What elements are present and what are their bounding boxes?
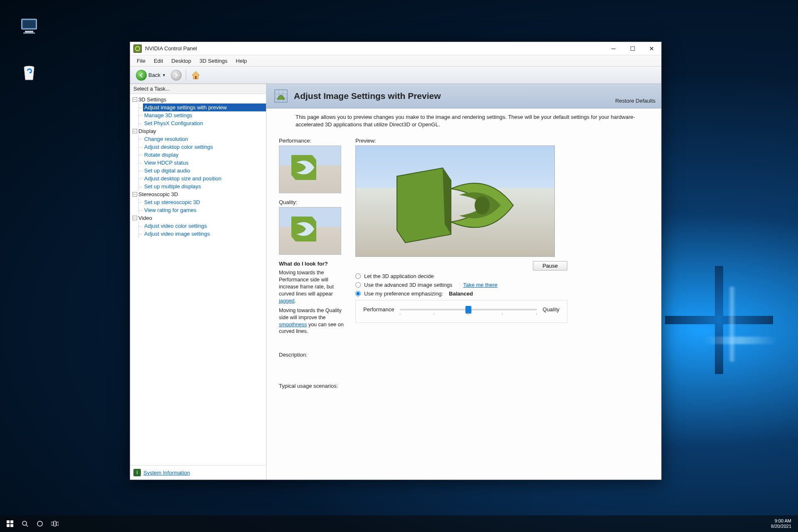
tree-item-set-up-digital-audio[interactable]: Set up digital audio xyxy=(143,167,266,175)
tree-item-set-physx-configuration[interactable]: Set PhysX Configuration xyxy=(143,119,266,127)
toolbar-separator xyxy=(186,69,186,81)
radio-app-decide-input[interactable] xyxy=(355,273,361,279)
usage-label: Typical usage scenarios: xyxy=(279,383,649,389)
performance-thumbnail xyxy=(279,145,341,193)
nvidia-control-panel-window: NVIDIA Control Panel ─ ☐ ✕ File Edit Des… xyxy=(130,42,662,480)
svg-rect-5 xyxy=(195,76,197,79)
close-button[interactable]: ✕ xyxy=(642,42,661,55)
svg-rect-11 xyxy=(10,524,13,527)
nvidia-3d-logo xyxy=(380,155,530,247)
maximize-button[interactable]: ☐ xyxy=(623,42,642,55)
tree-item-adjust-desktop-size-and-position[interactable]: Adjust desktop size and position xyxy=(143,175,266,182)
window-title: NVIDIA Control Panel xyxy=(145,45,604,52)
nvidia-logo-icon xyxy=(287,151,333,188)
search-button[interactable] xyxy=(17,516,32,531)
desktop-icon-recycle-bin[interactable] xyxy=(15,62,44,84)
svg-rect-17 xyxy=(57,522,59,525)
system-clock[interactable]: 9:00 AM 8/20/2021 xyxy=(771,518,796,529)
tree-item-view-hdcp-status[interactable]: View HDCP status xyxy=(143,159,266,167)
tree-group-label: Video xyxy=(138,215,152,221)
tree-group-label: Stereoscopic 3D xyxy=(138,191,178,197)
radio-advanced[interactable]: Use the advanced 3D image settings Take … xyxy=(355,282,567,288)
menu-file[interactable]: File xyxy=(133,57,150,65)
tree-item-adjust-desktop-color-settings[interactable]: Adjust desktop color settings xyxy=(143,143,266,151)
computer-icon xyxy=(19,17,39,37)
nvidia-logo-icon xyxy=(287,212,333,250)
tree-group-display[interactable]: −Display xyxy=(133,127,266,135)
svg-line-13 xyxy=(26,525,28,527)
back-dropdown-icon[interactable]: ▼ xyxy=(162,73,166,77)
radio-advanced-label: Use the advanced 3D image settings xyxy=(364,282,452,288)
system-information-link[interactable]: System Information xyxy=(143,470,190,476)
menu-desktop[interactable]: Desktop xyxy=(167,57,195,65)
svg-rect-1 xyxy=(23,20,35,28)
titlebar[interactable]: NVIDIA Control Panel ─ ☐ ✕ xyxy=(130,42,661,55)
tree-collapse-icon[interactable]: − xyxy=(133,97,137,102)
windows-logo-rays xyxy=(665,266,773,374)
radio-preference-input[interactable] xyxy=(355,291,361,296)
tree-group-video[interactable]: −Video xyxy=(133,214,266,222)
preference-slider-box: Performance Quality xyxy=(355,300,567,323)
page-title: Adjust Image Settings with Preview xyxy=(294,91,611,101)
description-label: Description: xyxy=(279,352,649,358)
start-button[interactable] xyxy=(2,516,17,531)
tree-item-set-up-stereoscopic-3d[interactable]: Set up stereoscopic 3D xyxy=(143,198,266,206)
tree-collapse-icon[interactable]: − xyxy=(133,216,137,220)
clock-time: 9:00 AM xyxy=(771,518,791,524)
tree-collapse-icon[interactable]: − xyxy=(133,192,137,197)
radio-app-decide[interactable]: Let the 3D application decide xyxy=(355,273,567,279)
task-view-icon xyxy=(51,521,59,527)
svg-rect-10 xyxy=(7,524,10,527)
smoothness-link[interactable]: smoothness xyxy=(279,322,307,328)
slider-right-label: Quality xyxy=(543,306,559,313)
taskbar[interactable]: 9:00 AM 8/20/2021 xyxy=(0,515,798,532)
minimize-button[interactable]: ─ xyxy=(604,42,623,55)
pause-button[interactable]: Pause xyxy=(533,261,567,271)
main-content: Adjust Image Settings with Preview Resto… xyxy=(266,84,661,480)
svg-rect-2 xyxy=(25,31,33,32)
tree-group-3d-settings[interactable]: −3D Settings xyxy=(133,96,266,103)
tree-item-view-rating-for-games[interactable]: View rating for games xyxy=(143,206,266,214)
forward-button[interactable] xyxy=(171,70,182,81)
menu-edit[interactable]: Edit xyxy=(150,57,167,65)
preference-slider[interactable] xyxy=(400,309,537,310)
radio-preference[interactable]: Use my preference emphasizing: Balanced xyxy=(355,291,567,297)
take-me-there-link[interactable]: Take me there xyxy=(463,282,497,288)
quality-thumbnail xyxy=(279,207,341,255)
help-title: What do I look for? xyxy=(279,261,345,267)
quality-label: Quality: xyxy=(279,199,345,205)
info-icon: i xyxy=(133,469,141,476)
light-ray xyxy=(728,287,736,362)
sidebar: Select a Task... −3D SettingsAdjust imag… xyxy=(130,84,266,480)
performance-label: Performance: xyxy=(279,138,345,144)
recycle-bin-icon xyxy=(19,62,39,82)
jagged-link[interactable]: jagged xyxy=(279,298,295,304)
tree-item-adjust-image-settings-with-preview[interactable]: Adjust image settings with preview xyxy=(143,103,266,111)
menu-3d-settings[interactable]: 3D Settings xyxy=(195,57,232,65)
menu-help[interactable]: Help xyxy=(232,57,251,65)
sidebar-footer: i System Information xyxy=(130,465,266,480)
restore-defaults-link[interactable]: Restore Defaults xyxy=(615,98,655,105)
search-icon xyxy=(22,520,28,527)
tree-item-adjust-video-color-settings[interactable]: Adjust video color settings xyxy=(143,222,266,230)
home-button[interactable] xyxy=(190,70,201,81)
nvidia-app-icon xyxy=(133,44,142,53)
tree-item-adjust-video-image-settings[interactable]: Adjust video image settings xyxy=(143,230,266,238)
radio-advanced-input[interactable] xyxy=(355,282,361,288)
svg-point-7 xyxy=(475,196,490,214)
tree-collapse-icon[interactable]: − xyxy=(133,129,137,133)
svg-rect-8 xyxy=(7,520,10,523)
tree-item-rotate-display[interactable]: Rotate display xyxy=(143,151,266,159)
slider-thumb[interactable] xyxy=(466,306,471,313)
desktop-icon-this-pc[interactable] xyxy=(15,17,44,38)
cortana-button[interactable] xyxy=(32,516,47,531)
task-view-button[interactable] xyxy=(47,516,62,531)
svg-point-4 xyxy=(24,66,34,69)
back-button[interactable]: Back ▼ xyxy=(133,69,168,81)
tree-item-manage-3d-settings[interactable]: Manage 3D settings xyxy=(143,111,266,119)
toolbar: Back ▼ xyxy=(130,66,661,84)
tree-item-set-up-multiple-displays[interactable]: Set up multiple displays xyxy=(143,182,266,190)
tree-group-stereoscopic-3d[interactable]: −Stereoscopic 3D xyxy=(133,190,266,198)
svg-rect-15 xyxy=(51,522,53,525)
tree-item-change-resolution[interactable]: Change resolution xyxy=(143,135,266,143)
